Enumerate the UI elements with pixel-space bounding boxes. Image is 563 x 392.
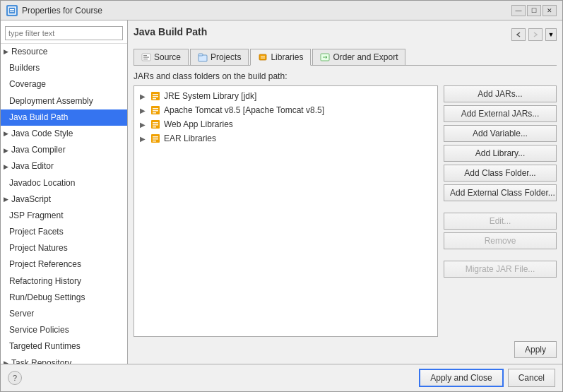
projects-tab-icon xyxy=(198,52,208,62)
svg-rect-27 xyxy=(153,138,158,140)
add-library-button[interactable]: Add Library... xyxy=(444,145,557,162)
remove-button[interactable]: Remove xyxy=(444,232,557,249)
tree-item-label: Apache Tomcat v8.5 [Apache Tomcat v8.5] xyxy=(164,105,324,115)
sidebar-item-server[interactable]: Server xyxy=(1,306,127,322)
sidebar-item-label: Task Repository xyxy=(11,357,71,364)
dialog-icon xyxy=(6,5,18,16)
sidebar-item-label: Refactoring History xyxy=(9,275,81,288)
svg-rect-15 xyxy=(153,96,158,97)
title-bar-left: Properties for Course xyxy=(6,5,102,16)
sidebar-item-label: Javadoc Location xyxy=(9,177,75,190)
svg-rect-28 xyxy=(153,141,156,142)
title-bar: Properties for Course — ☐ ✕ xyxy=(1,1,562,20)
tree-item-ear-libs[interactable]: ▶ EAR Libraries xyxy=(137,131,434,145)
svg-rect-11 xyxy=(261,58,265,59)
filter-input[interactable] xyxy=(5,26,123,40)
sidebar-item-jsp-fragment[interactable]: JSP Fragment xyxy=(1,208,127,224)
sidebar-item-label: Deployment Assembly xyxy=(9,95,93,108)
tab-libraries[interactable]: Libraries xyxy=(250,49,311,66)
bottom-bar: ? Apply and Close Cancel xyxy=(1,364,562,391)
tab-label-source: Source xyxy=(154,52,181,62)
order-tab-icon xyxy=(320,52,330,62)
tab-label-libraries: Libraries xyxy=(271,52,303,62)
sidebar-item-run-debug-settings[interactable]: Run/Debug Settings xyxy=(1,290,127,306)
tree-panel[interactable]: ▶ JRE System Library [jdk] xyxy=(134,85,438,337)
back-button[interactable] xyxy=(511,28,526,41)
add-variable-button[interactable]: Add Variable... xyxy=(444,125,557,142)
panel-title: Java Build Path xyxy=(134,26,207,40)
jar-icon xyxy=(150,105,161,116)
sidebar-item-label: Java Compiler xyxy=(11,143,66,157)
sidebar-item-builders[interactable]: Builders xyxy=(1,60,127,76)
maximize-button[interactable]: ☐ xyxy=(527,5,541,16)
sidebar-item-coverage[interactable]: Coverage xyxy=(1,76,127,93)
edit-button[interactable]: Edit... xyxy=(444,213,557,230)
tab-label-order-export: Order and Export xyxy=(333,52,398,62)
svg-rect-6 xyxy=(143,59,148,59)
tree-expand-icon: ▶ xyxy=(140,107,147,114)
tree-item-jre[interactable]: ▶ JRE System Library [jdk] xyxy=(137,89,434,103)
expand-arrow: ▶ xyxy=(4,162,8,172)
window-controls: — ☐ ✕ xyxy=(511,5,557,16)
add-class-folder-button[interactable]: Add Class Folder... xyxy=(444,165,557,182)
sidebar-item-java-build-path[interactable]: Java Build Path xyxy=(1,109,127,126)
sidebar-item-project-references[interactable]: Project References xyxy=(1,256,127,273)
svg-rect-0 xyxy=(8,7,16,14)
tree-item-label: JRE System Library [jdk] xyxy=(164,91,256,101)
tree-item-webapp-libs[interactable]: ▶ Web App Libraries xyxy=(137,117,434,131)
apply-button[interactable]: Apply xyxy=(514,341,557,358)
sidebar-item-label: Service Policies xyxy=(9,323,69,337)
libraries-tab-icon xyxy=(258,52,268,62)
description-text: JARs and class folders on the build path… xyxy=(134,71,557,81)
sidebar-item-label: Project Facets xyxy=(9,225,64,239)
tree-expand-icon: ▶ xyxy=(140,121,147,129)
add-external-jars-button[interactable]: Add External JARs... xyxy=(444,105,557,122)
svg-rect-8 xyxy=(198,54,203,56)
sidebar-item-label: Java Code Style xyxy=(11,127,73,141)
expand-arrow: ▶ xyxy=(4,358,8,364)
svg-rect-20 xyxy=(153,112,156,114)
sidebar-item-label: Java Editor xyxy=(11,160,54,173)
svg-rect-26 xyxy=(153,136,158,138)
properties-dialog: Properties for Course — ☐ ✕ ▶ Resource B… xyxy=(0,0,563,392)
svg-rect-18 xyxy=(153,108,158,109)
sidebar-item-deployment-assembly[interactable]: Deployment Assembly xyxy=(1,93,127,109)
migrate-jar-button[interactable]: Migrate JAR File... xyxy=(444,261,557,278)
sidebar-item-task-repository[interactable]: ▶ Task Repository xyxy=(1,355,127,364)
sidebar-item-service-policies[interactable]: Service Policies xyxy=(1,322,127,338)
sidebar-item-label: JavaScript xyxy=(11,193,51,206)
nav-dropdown-button[interactable]: ▼ xyxy=(545,28,557,41)
sidebar-item-java-compiler[interactable]: ▶ Java Compiler xyxy=(1,142,127,158)
tab-order-export[interactable]: Order and Export xyxy=(312,49,405,65)
buttons-panel: Add JARs... Add External JARs... Add Var… xyxy=(444,85,557,337)
sidebar-item-label: Builders xyxy=(9,61,40,75)
help-button[interactable]: ? xyxy=(8,371,22,385)
svg-rect-10 xyxy=(261,56,265,57)
bottom-left: ? xyxy=(8,371,22,385)
minimize-button[interactable]: — xyxy=(511,5,526,16)
forward-button[interactable] xyxy=(528,28,543,41)
sidebar-item-java-code-style[interactable]: ▶ Java Code Style xyxy=(1,126,127,142)
sidebar-item-resource[interactable]: ▶ Resource xyxy=(1,44,127,60)
tabs-bar: Source Projects Libraries xyxy=(134,49,557,66)
sidebar-item-targeted-runtimes[interactable]: Targeted Runtimes xyxy=(1,338,127,355)
svg-rect-14 xyxy=(153,94,158,95)
tree-item-tomcat[interactable]: ▶ Apache Tomcat v8.5 [Apache Tomcat v8.5… xyxy=(137,103,434,117)
tab-projects[interactable]: Projects xyxy=(190,49,249,65)
sidebar-item-javadoc-location[interactable]: Javadoc Location xyxy=(1,175,127,191)
close-button[interactable]: ✕ xyxy=(543,5,557,16)
apply-and-close-button[interactable]: Apply and Close xyxy=(419,369,503,387)
svg-rect-5 xyxy=(143,57,149,58)
tab-source[interactable]: Source xyxy=(134,49,189,65)
sidebar-item-project-facets[interactable]: Project Facets xyxy=(1,224,127,240)
svg-rect-23 xyxy=(153,124,158,126)
svg-rect-4 xyxy=(143,55,147,56)
cancel-button[interactable]: Cancel xyxy=(508,369,555,387)
sidebar-item-javascript[interactable]: ▶ JavaScript xyxy=(1,191,127,208)
sidebar-item-java-editor[interactable]: ▶ Java Editor xyxy=(1,158,127,174)
add-jars-button[interactable]: Add JARs... xyxy=(444,85,557,102)
sidebar-item-project-natures[interactable]: Project Natures xyxy=(1,240,127,256)
add-external-class-folder-button[interactable]: Add External Class Folder... xyxy=(444,184,557,201)
content-area: ▶ Resource Builders Coverage Deployment … xyxy=(1,20,562,364)
sidebar-item-refactoring-history[interactable]: Refactoring History xyxy=(1,273,127,290)
